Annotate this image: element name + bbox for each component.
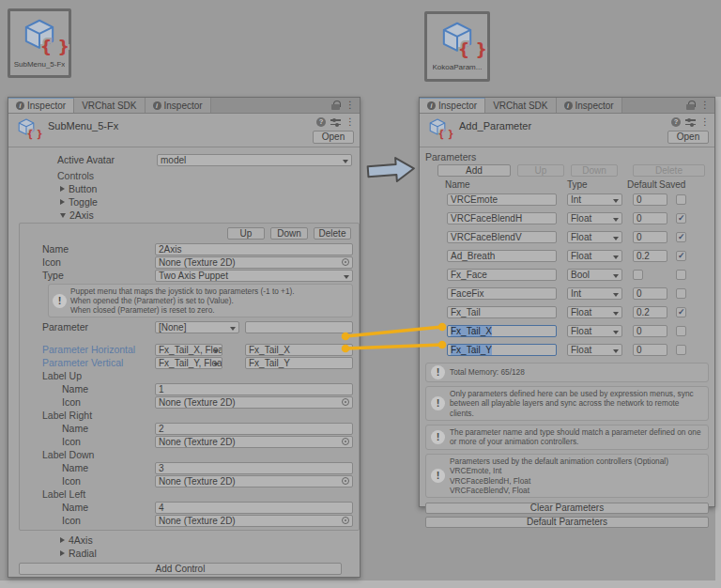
- tab-inspector[interactable]: i Inspector: [420, 98, 485, 113]
- object-picker-icon[interactable]: [342, 438, 349, 445]
- help-icon[interactable]: ?: [316, 117, 326, 127]
- tab-vrchat-sdk[interactable]: VRChat SDK: [74, 98, 145, 113]
- add-button[interactable]: Add: [437, 164, 511, 177]
- parameter-vertical-dropdown[interactable]: Fx_Tail_Y, Floa: [155, 357, 222, 369]
- object-picker-icon[interactable]: [342, 258, 349, 266]
- name-label: Name: [62, 462, 155, 473]
- parameter-type-dropdown[interactable]: Bool: [567, 269, 622, 281]
- parameter-name-field[interactable]: VRCEmote: [447, 193, 557, 206]
- parameter-saved-checkbox[interactable]: [676, 326, 686, 336]
- tab-bar: i Inspector VRChat SDK i Inspector ⋮: [420, 98, 714, 114]
- info-boxes: !Total Memory: 65/128!Only parameters de…: [425, 363, 709, 498]
- label-icon-object-field[interactable]: None (Texture 2D): [155, 515, 353, 527]
- default-parameters-button[interactable]: Default Parameters: [425, 517, 709, 528]
- parameter-default-field[interactable]: 0: [633, 193, 667, 206]
- parameter-default-field[interactable]: 0: [633, 287, 667, 300]
- parameter-saved-checkbox[interactable]: [676, 213, 686, 224]
- parameter-saved-checkbox[interactable]: [676, 270, 686, 280]
- parameter-vertical-field[interactable]: Fx_Tail_Y: [245, 357, 353, 369]
- parameter-default-field[interactable]: 0: [633, 212, 667, 224]
- label-name-field[interactable]: 3: [155, 462, 353, 474]
- name-field[interactable]: 2Axis: [155, 243, 353, 255]
- parameter-type-dropdown[interactable]: Float: [567, 325, 622, 337]
- foldout-button[interactable]: Button: [60, 182, 360, 195]
- parameter-name-field[interactable]: Fx_Face: [447, 269, 557, 281]
- label-name-field[interactable]: 4: [155, 502, 353, 514]
- parameter-type-dropdown[interactable]: Float: [567, 306, 622, 318]
- open-button[interactable]: Open: [313, 131, 354, 144]
- parameter-type-dropdown[interactable]: Float: [567, 212, 622, 224]
- tab-inspector-secondary[interactable]: i Inspector: [557, 98, 622, 113]
- parameter-dropdown[interactable]: [None]: [155, 321, 239, 333]
- parameter-type-dropdown[interactable]: Float: [567, 344, 622, 356]
- type-dropdown[interactable]: Two Axis Puppet: [155, 270, 353, 282]
- label-icon-object-field[interactable]: None (Texture 2D): [155, 436, 353, 448]
- parameter-type-dropdown[interactable]: Int: [567, 287, 622, 300]
- lock-icon[interactable]: [686, 101, 695, 110]
- project-asset-tile-parameters[interactable]: { } KokoaParam...: [424, 11, 490, 82]
- parameter-saved-checkbox[interactable]: [676, 232, 686, 242]
- tab-vrchat-sdk[interactable]: VRChat SDK: [485, 98, 556, 113]
- object-picker-icon[interactable]: [342, 398, 349, 406]
- foldout-toggle[interactable]: Toggle: [60, 195, 360, 209]
- kebab-menu-icon[interactable]: ⋮: [700, 101, 710, 110]
- label-icon-object-field[interactable]: None (Texture 2D): [155, 475, 353, 487]
- delete-button[interactable]: Delete: [314, 227, 351, 240]
- parameter-horizontal-dropdown[interactable]: Fx_Tail_X, Floa: [155, 344, 222, 356]
- parameter-name-field[interactable]: Fx_Tail_Y: [447, 344, 557, 356]
- object-picker-icon[interactable]: [342, 517, 349, 524]
- foldout-4axis[interactable]: 4Axis: [60, 534, 360, 547]
- kebab-menu-icon[interactable]: ⋮: [345, 101, 355, 110]
- presets-icon[interactable]: [685, 117, 696, 127]
- foldout-radial[interactable]: Radial: [60, 547, 360, 560]
- object-picker-icon[interactable]: [342, 477, 349, 485]
- tab-inspector-secondary[interactable]: i Inspector: [146, 98, 211, 113]
- foldout-2axis[interactable]: 2Axis: [60, 209, 360, 222]
- parameter-default-field[interactable]: 0: [633, 231, 667, 243]
- parameter-type-dropdown[interactable]: Float: [567, 250, 622, 262]
- parameter-type-dropdown[interactable]: Int: [567, 193, 622, 206]
- parameter-saved-checkbox[interactable]: [676, 307, 686, 317]
- parameter-saved-checkbox[interactable]: [676, 251, 686, 261]
- parameter-default-field[interactable]: 0.2: [633, 306, 667, 318]
- open-button[interactable]: Open: [667, 131, 709, 144]
- clear-parameters-button[interactable]: Clear Parameters: [425, 503, 709, 514]
- down-button[interactable]: Down: [270, 227, 308, 240]
- label-name-field[interactable]: 2: [155, 423, 353, 435]
- parameter-name-field[interactable]: Fx_Tail: [447, 306, 557, 318]
- project-asset-tile-submenu[interactable]: { } SubMenu_5-Fx: [8, 8, 71, 78]
- parameter-name-field[interactable]: VRCFaceBlendV: [447, 231, 557, 243]
- parameter-saved-checkbox[interactable]: [676, 194, 686, 205]
- parameter-name-field[interactable]: FaceFix: [447, 287, 557, 300]
- parameter-default-field[interactable]: 0: [633, 325, 667, 337]
- puppet-help-box: ! Puppet menu that maps the joystick to …: [48, 284, 353, 317]
- add-control-button[interactable]: Add Control: [19, 563, 342, 575]
- lock-icon[interactable]: [331, 101, 340, 110]
- parameter-name-field[interactable]: Fx_Tail_X: [447, 325, 557, 337]
- parameter-default-checkbox[interactable]: [633, 270, 643, 280]
- chevron-down-icon: [613, 331, 619, 334]
- parameter-default-field[interactable]: 0.2: [633, 250, 667, 262]
- kebab-menu-icon[interactable]: ⋮: [700, 117, 710, 127]
- label-name-field[interactable]: 1: [155, 383, 353, 395]
- delete-button[interactable]: Delete: [633, 164, 705, 177]
- up-button[interactable]: Up: [227, 227, 265, 240]
- active-avatar-dropdown[interactable]: model: [157, 154, 352, 166]
- up-button[interactable]: Up: [517, 164, 564, 177]
- parameter-saved-checkbox[interactable]: [676, 345, 686, 355]
- label-icon-object-field[interactable]: None (Texture 2D): [155, 396, 353, 409]
- kebab-menu-icon[interactable]: ⋮: [345, 117, 355, 127]
- parameter-horizontal-field[interactable]: Fx_Tail_X: [245, 344, 353, 356]
- tab-inspector[interactable]: i Inspector: [8, 98, 74, 113]
- icon-object-field[interactable]: None (Texture 2D): [155, 256, 353, 269]
- parameter-type-dropdown[interactable]: Float: [567, 231, 622, 243]
- parameters-section-label: Parameters: [425, 151, 709, 162]
- parameter-value-field[interactable]: [245, 321, 353, 333]
- help-icon[interactable]: ?: [671, 117, 681, 127]
- parameter-default-field[interactable]: 0: [633, 344, 667, 356]
- parameter-name-field[interactable]: VRCFaceBlendH: [447, 212, 557, 224]
- down-button[interactable]: Down: [571, 164, 618, 177]
- presets-icon[interactable]: [330, 117, 341, 127]
- parameter-name-field[interactable]: Ad_Breath: [447, 250, 557, 262]
- parameter-saved-checkbox[interactable]: [676, 288, 686, 299]
